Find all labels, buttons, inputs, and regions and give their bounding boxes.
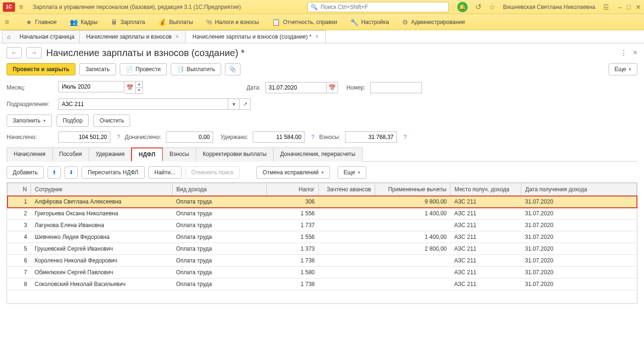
calendar-icon[interactable]: 📅 [124,81,136,94]
move-down-button[interactable]: ⬇ [65,166,78,179]
menu-burger-icon[interactable]: ≡ [5,18,9,26]
col-deductions[interactable]: Примененные вычеты [375,183,451,196]
tab-contrib[interactable]: Взносы [163,147,196,162]
find-button[interactable]: Найти... [149,166,182,179]
table-row[interactable]: 2Григорьева Оксана НиколаевнаОплата труд… [8,208,637,220]
cell-date: 31.07.2020 [521,220,637,231]
table-more-button[interactable]: Еще▾ [338,166,366,179]
nav-back-button[interactable]: ← [7,47,22,58]
help-icon[interactable]: ? [311,134,314,140]
tab-accruals[interactable]: Начисления [7,147,53,162]
menu-hr[interactable]: 👥Кадры [70,18,98,26]
post-button[interactable]: 📄Провести [120,63,167,75]
table-row[interactable]: 7Обмелюхин Сергей ПавловичОплата труда1 … [8,267,637,278]
add-accrued-field[interactable] [166,131,213,143]
cell-tax: 1 737 [267,220,319,231]
minimize-icon[interactable]: – [619,3,622,11]
col-income-type[interactable]: Вид дохода [173,183,267,196]
tab-deductions[interactable]: Удержания [89,147,132,162]
maximize-icon[interactable]: □ [627,3,631,11]
attach-button[interactable]: 📎 [225,63,240,75]
tab-pay-corrections[interactable]: Корректировки выплаты [196,147,273,162]
col-n[interactable]: N [8,183,31,196]
post-and-close-button[interactable]: Провести и закрыть [7,63,75,75]
cancel-fix-button[interactable]: Отмена исправлений▾ [256,166,330,179]
menu-admin[interactable]: ⚙Администрирование [402,18,465,26]
number-input[interactable] [370,82,422,93]
table-row[interactable]: 1Алфёрова Светлана АлексеевнаОплата труд… [8,196,637,208]
select-button[interactable]: Подбор [57,114,89,127]
withheld-field[interactable] [253,131,305,143]
month-input[interactable] [58,81,124,92]
table-row[interactable]: 6Короленко Николай ФедоровичОплата труда… [8,255,637,267]
accrued-field[interactable] [58,131,110,143]
move-up-button[interactable]: ⬆ [48,166,61,179]
tab-start-page[interactable]: ⌂ Начальная страница [2,30,80,43]
table-row[interactable]: 3Лагунова Елена ИвановнаОплата труда1 73… [8,220,637,231]
hamburger-icon[interactable]: ≡ [19,3,23,11]
calendar-icon[interactable]: 📅 [327,82,338,93]
menu-taxes[interactable]: %Налоги и взносы [206,18,259,26]
more-menu-icon[interactable]: ⋮ [620,49,627,57]
star-icon[interactable]: ☆ [489,2,495,11]
bell-icon[interactable]: 🔔 [457,2,468,12]
tab-ndfl[interactable]: НДФЛ [131,147,163,162]
search-input[interactable] [321,4,446,10]
nav-forward-button[interactable]: → [26,47,41,58]
tab-doc-2[interactable]: Начисление зарплаты и взносов (создание)… [185,30,325,43]
open-ref-icon[interactable]: ↗ [239,98,251,110]
tab-close-icon[interactable]: × [315,33,319,40]
col-income-date[interactable]: Дата получения дохода [521,183,637,196]
menu-payments[interactable]: 💰Выплаты [158,18,193,26]
close-icon[interactable]: ✕ [636,3,641,11]
menu-setup[interactable]: 🔧Настройка [350,18,389,26]
global-search[interactable]: 🔍 [307,2,449,12]
menu-salary[interactable]: 🖩Зарплата [111,18,145,26]
dropdown-icon[interactable]: ▾ [228,98,239,110]
cell-n: 6 [8,255,31,267]
cell-deductions: 1 400,00 [375,208,451,220]
cell-income-type: Оплата труда [173,196,267,208]
up-icon[interactable]: ▲ [136,82,142,88]
gear-icon: ⚙ [402,18,408,26]
tab-benefits[interactable]: Пособия [52,147,89,162]
recalc-ndfl-button[interactable]: Пересчитать НДФЛ [82,166,144,179]
down-icon[interactable]: ▼ [136,88,142,93]
table-row[interactable]: 4Шевченко Лидия ФедоровнаОплата труда1 5… [8,231,637,243]
month-stepper[interactable]: ▲▼ [136,81,143,94]
col-income-place[interactable]: Место получ. дохода [451,183,521,196]
caret-down-icon: ▾ [322,170,324,175]
cell-date: 31.07.2020 [521,255,637,267]
history-icon[interactable]: ↺ [475,2,481,11]
cell-deductions [375,278,451,290]
withheld-label: Удержано: [221,134,248,140]
add-button[interactable]: Добавить [7,166,44,179]
table-row[interactable]: 8Соколовский Николай ВасильевичОплата тр… [8,278,637,290]
tab-close-icon[interactable]: × [175,33,179,40]
doc-close-icon[interactable]: × [633,49,637,57]
fill-button[interactable]: Заполнить▾ [7,114,52,127]
filter-icon[interactable]: ☰ [603,3,609,11]
date-input[interactable] [265,82,327,93]
help-icon[interactable]: ? [117,134,120,140]
clear-button[interactable]: Очистить [93,114,130,127]
more-button[interactable]: Еще▾ [609,63,637,75]
write-button[interactable]: Записать [79,63,116,75]
help-icon[interactable]: ? [404,134,407,140]
dept-input[interactable] [58,98,228,110]
col-advance[interactable]: Зачтено авансов [319,183,375,196]
inner-tabs: Начисления Пособия Удержания НДФЛ Взносы… [7,147,637,162]
tab-recalcs[interactable]: Доначисления, перерасчеты [273,147,362,162]
menu-main[interactable]: ★Главное [26,18,57,26]
pay-button[interactable]: 📑Выплатить [171,63,222,75]
col-employee[interactable]: Сотрудник [31,183,173,196]
menu-reports[interactable]: 📋Отчетность, справки [272,18,337,26]
table-row[interactable]: 5Грушевский Сергей ИвановичОплата труда1… [8,243,637,255]
user-name[interactable]: Вишневская Светлана Николаевна [503,4,595,10]
doc-header: ← → Начисление зарплаты и взносов (созда… [7,47,637,58]
cell-n: 2 [8,208,31,220]
tab-doc-1[interactable]: Начисление зарплаты и взносов× [79,30,186,43]
col-tax[interactable]: Налог [267,183,319,196]
search-icon: 🔍 [311,4,318,10]
contrib-field[interactable] [345,131,397,143]
